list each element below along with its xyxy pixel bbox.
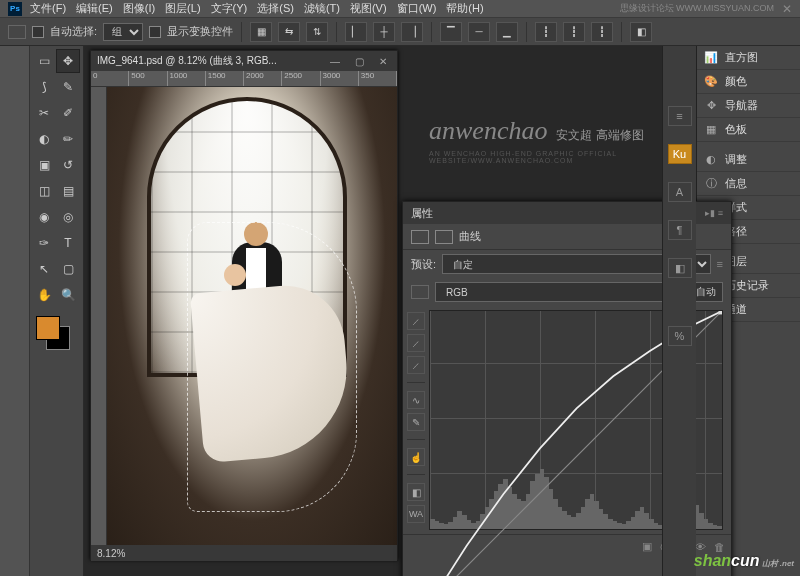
brand-watermark: anwenchao 安文超 高端修图 AN WENCHAO HIGH-END G… (429, 116, 699, 196)
menu-bar: Ps 文件(F)编辑(E)图像(I)图层(L)文字(Y)选择(S)滤镜(T)视图… (0, 0, 800, 18)
align-center-icon[interactable]: ┼ (373, 22, 395, 42)
menu-item[interactable]: 滤镜(T) (304, 2, 340, 14)
align-icon[interactable]: ▦ (250, 22, 272, 42)
toolbox: ▭ ✥ ⟆ ✎ ✂ ✐ ◐ ✏ ▣ ↺ ◫ ▤ ◉ ◎ ✑ T ↖ ▢ ✋ 🔍 (30, 46, 84, 576)
frame-bar (0, 46, 30, 576)
panel-tab[interactable]: 📊直方图 (697, 46, 800, 70)
path-select-tool[interactable]: ↖ (32, 257, 56, 281)
window-close-icon[interactable]: ✕ (782, 2, 792, 16)
3d-mode-icon[interactable]: ◧ (630, 22, 652, 42)
lasso-tool[interactable]: ⟆ (32, 75, 56, 99)
channel-curve-icon[interactable] (411, 285, 429, 299)
menu-item[interactable]: 窗口(W) (397, 2, 437, 14)
crop-tool[interactable]: ✂ (32, 101, 56, 125)
svg-rect-2 (719, 311, 722, 314)
panel-tab[interactable]: ▦色板 (697, 118, 800, 142)
collapsed-panel-icon[interactable]: ≡ (668, 106, 692, 126)
stamp-tool[interactable]: ▣ (32, 153, 56, 177)
doc-maximize-icon[interactable]: ▢ (351, 56, 367, 67)
move-tool[interactable]: ✥ (56, 49, 80, 73)
document-title: IMG_9641.psd @ 8.12% (曲线 3, RGB... (97, 54, 277, 68)
menu-item[interactable]: 选择(S) (257, 2, 294, 14)
menu-item[interactable]: 编辑(E) (76, 2, 113, 14)
brush-tool[interactable]: ✏ (56, 127, 80, 151)
menu-item[interactable]: 图层(L) (165, 2, 200, 14)
auto-select-checkbox[interactable] (32, 26, 44, 38)
preset-menu-icon[interactable]: ≡ (717, 258, 723, 270)
pen-tool[interactable]: ✑ (32, 231, 56, 255)
menu-item[interactable]: 图像(I) (123, 2, 155, 14)
panel-tab[interactable]: 🎨颜色 (697, 70, 800, 94)
document-status-bar: 8.12% (91, 545, 397, 561)
distribute-icon[interactable]: ┇ (563, 22, 585, 42)
align-top-icon[interactable]: ▔ (440, 22, 462, 42)
panel-tab[interactable]: ◐调整 (697, 148, 800, 172)
distribute-icon[interactable]: ┇ (591, 22, 613, 42)
site-watermark: shancun山村 .net (694, 552, 794, 570)
collapsed-panel-icon[interactable]: % (668, 326, 692, 346)
collapsed-ku-icon[interactable]: Ku (668, 144, 692, 164)
color-swatches[interactable] (32, 316, 80, 356)
curve-pencil-tool[interactable]: ✎ (407, 413, 425, 431)
eyedrop-white-icon[interactable]: ⟋ (407, 356, 425, 374)
canvas-area: IMG_9641.psd @ 8.12% (曲线 3, RGB... — ▢ ✕… (84, 46, 662, 576)
type-tool[interactable]: T (56, 231, 80, 255)
eyedrop-black-icon[interactable]: ⟋ (407, 312, 425, 330)
distribute-icon[interactable]: ┇ (535, 22, 557, 42)
align-right-icon[interactable]: ▕ (401, 22, 423, 42)
menu-item[interactable]: 帮助(H) (446, 2, 483, 14)
vertical-ruler (91, 87, 107, 545)
menu-item[interactable]: 视图(V) (350, 2, 387, 14)
shape-tool[interactable]: ▢ (56, 257, 80, 281)
document-titlebar[interactable]: IMG_9641.psd @ 8.12% (曲线 3, RGB... — ▢ ✕ (91, 51, 397, 71)
panel-collapse-icon[interactable]: ▸▮ ≡ (705, 208, 723, 218)
collapsed-panel-icon[interactable]: ¶ (668, 220, 692, 240)
target-adjust-tool[interactable]: ☝ (407, 448, 425, 466)
eraser-tool[interactable]: ◫ (32, 179, 56, 203)
collapsed-panel-icon[interactable]: A (668, 182, 692, 202)
panel-tab[interactable]: ⓘ信息 (697, 172, 800, 196)
marching-ants-selection (187, 222, 357, 512)
align-icon[interactable]: ⇆ (278, 22, 300, 42)
align-icon[interactable]: ⇅ (306, 22, 328, 42)
horizontal-ruler: 050010001500200025003000350 (91, 71, 397, 87)
collapsed-panel-dock: ≡ Ku A ¶ ◧ % (662, 46, 696, 576)
doc-close-icon[interactable]: ✕ (375, 56, 391, 67)
align-bottom-icon[interactable]: ▁ (496, 22, 518, 42)
app-icon: Ps (8, 2, 22, 16)
align-middle-icon[interactable]: ─ (468, 22, 490, 42)
adjustment-title: 曲线 (459, 229, 481, 244)
font-icon[interactable]: WA (407, 505, 425, 523)
channel-select[interactable]: RGB (435, 282, 683, 302)
preset-label: 预设: (411, 257, 436, 272)
show-transform-checkbox[interactable] (149, 26, 161, 38)
healing-tool[interactable]: ◐ (32, 127, 56, 151)
eyedropper-tool[interactable]: ✐ (56, 101, 80, 125)
document-canvas[interactable] (107, 87, 397, 545)
mask-icon (435, 230, 453, 244)
collapsed-panel-icon[interactable]: ◧ (668, 258, 692, 278)
blur-tool[interactable]: ◉ (32, 205, 56, 229)
menu-item[interactable]: 文件(F) (30, 2, 66, 14)
dodge-tool[interactable]: ◎ (56, 205, 80, 229)
gradient-tool[interactable]: ▤ (56, 179, 80, 203)
curve-point-tool[interactable]: ∿ (407, 391, 425, 409)
doc-minimize-icon[interactable]: — (327, 56, 343, 67)
clip-tool[interactable]: ◧ (407, 483, 425, 501)
document-window: IMG_9641.psd @ 8.12% (曲线 3, RGB... — ▢ ✕… (90, 50, 398, 560)
show-transform-label: 显示变换控件 (167, 24, 233, 39)
fg-color-swatch[interactable] (36, 316, 60, 340)
auto-select-mode[interactable]: 组 (103, 23, 143, 41)
menu-item[interactable]: 文字(Y) (211, 2, 248, 14)
zoom-tool[interactable]: 🔍 (56, 283, 80, 307)
eyedrop-gray-icon[interactable]: ⟋ (407, 334, 425, 352)
curves-icon (411, 230, 429, 244)
hand-tool[interactable]: ✋ (32, 283, 56, 307)
align-left-icon[interactable]: ▏ (345, 22, 367, 42)
history-brush-tool[interactable]: ↺ (56, 153, 80, 177)
quickselect-tool[interactable]: ✎ (56, 75, 80, 99)
curve-tool-column: ⟋ ⟋ ⟋ ∿ ✎ ☝ ◧ WA (403, 306, 429, 534)
zoom-level[interactable]: 8.12% (97, 548, 125, 559)
panel-tab[interactable]: ✥导航器 (697, 94, 800, 118)
rect-marquee-tool[interactable]: ▭ (32, 49, 56, 73)
